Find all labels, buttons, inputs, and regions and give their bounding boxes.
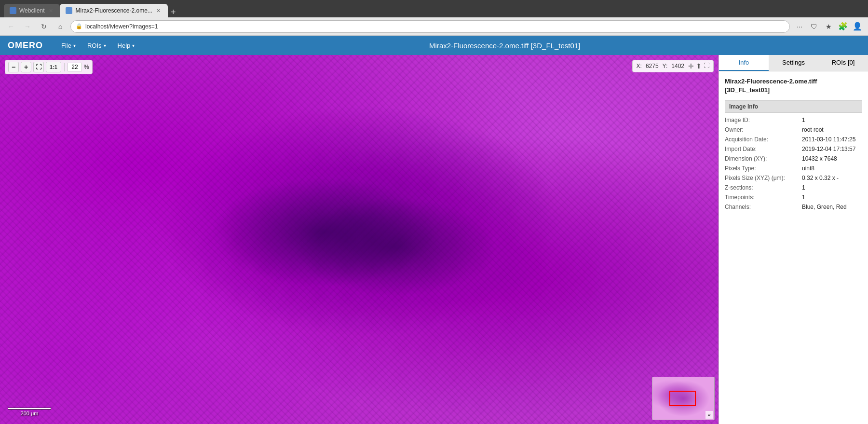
tab-close-active-icon[interactable]: ✕ [155,7,162,14]
info-row-acqdate: Acquisition Date: 2011-03-10 11:47:25 [725,136,862,143]
tab-rois[interactable]: ROIs [0] [818,55,868,71]
nav-back-button[interactable]: ← [5,20,17,33]
help-label: Help [118,42,131,49]
info-value-dimension: 10432 x 7648 [802,155,862,162]
tab-favicon [10,7,16,14]
tab-label: Webclient [19,7,44,14]
info-value-pixels-size: 0.32 x 0.32 x - [802,175,862,181]
tab-settings-label: Settings [782,59,805,66]
info-value-impdate: 2019-12-04 17:13:57 [802,146,862,152]
bookmark-icon[interactable]: ★ [823,21,834,32]
user-icon[interactable]: 👤 [852,21,863,32]
tab-close-icon[interactable]: ✕ [47,7,54,14]
lock-icon: 🔒 [76,23,82,29]
file-label: File [61,42,71,49]
info-row-owner: Owner: root root [725,126,862,133]
nav-home-button[interactable]: ⌂ [54,20,67,33]
app-logo: OMERO [8,41,43,51]
right-panel: Info Settings ROIs [0] Mirax2-Fluorescen… [719,55,868,424]
info-value-id: 1 [802,117,862,123]
info-label-id: Image ID: [725,117,802,123]
info-label-zsections: Z-sections: [725,184,802,191]
browser-tabs: Webclient ✕ Mirax2-Fluorescence-2.ome...… [4,0,178,17]
help-caret-icon: ▾ [132,43,135,48]
coord-icons: ✛ ⬆ ⛶ [688,62,709,70]
browser-toolbar: ← → ↻ ⌂ 🔒 localhost/iviewer/?images=1 ··… [0,17,868,36]
info-value-channels: Blue, Green, Red [802,204,862,210]
minimap-viewport [669,391,696,406]
info-label-channels: Channels: [725,204,802,210]
minimap[interactable]: « [652,377,715,420]
viewer-layout: − + ⛶ 1:1 % X: 6275 Y: 1402 ✛ ⬆ ⛶ [0,55,868,424]
nav-rois[interactable]: ROIs ▾ [82,40,111,51]
nav-file[interactable]: File ▾ [56,40,81,51]
move-icon[interactable]: ✛ [688,62,694,70]
zoom-1to1-button[interactable]: 1:1 [46,62,61,72]
viewer-coords: X: 6275 Y: 1402 ✛ ⬆ ⛶ [632,60,714,72]
nav-help[interactable]: Help ▾ [113,40,140,51]
rois-label: ROIs [87,42,102,49]
zoom-in-button[interactable]: + [21,62,31,72]
info-label-acqdate: Acquisition Date: [725,136,802,143]
scale-bar: 200 μm [8,408,51,416]
coord-x-value: 6275 [646,63,659,69]
ctrl-divider [64,63,65,71]
upload-icon[interactable]: ⬆ [696,62,702,70]
nav-refresh-button[interactable]: ↻ [38,20,50,33]
info-value-owner: root root [802,126,862,133]
info-value-timepoints: 1 [802,194,862,201]
fullscreen-coords-icon[interactable]: ⛶ [704,62,709,70]
zoom-percent-label: % [84,64,89,70]
image-canvas [0,55,719,424]
extensions-icon[interactable]: 🧩 [837,21,849,32]
shield-icon[interactable]: 🛡 [808,21,820,32]
info-label-timepoints: Timepoints: [725,194,802,201]
app-title: Mirax2-Fluorescence-2.ome.tiff [3D_FL_te… [149,41,860,50]
info-label-pixels-size: Pixels Size (XYZ) (μm): [725,175,802,181]
minimap-collapse-button[interactable]: « [705,411,713,419]
image-info-header: Image Info [725,100,862,113]
info-row-id: Image ID: 1 [725,117,862,123]
tab-label-active: Mirax2-Fluorescence-2.ome... [75,7,152,14]
tab-info[interactable]: Info [719,55,769,71]
info-row-timepoints: Timepoints: 1 [725,194,862,201]
panel-image-title: Mirax2-Fluorescence-2.ome.tiff [3D_FL_te… [725,77,862,95]
new-tab-button[interactable]: + [168,7,179,17]
coord-y-label: Y: [663,63,668,69]
viewer-controls: − + ⛶ 1:1 % [5,60,93,74]
app-header: OMERO File ▾ ROIs ▾ Help ▾ Mirax2-Fluore… [0,36,868,55]
rois-caret-icon: ▾ [104,43,106,48]
toolbar-right: ··· 🛡 ★ 🧩 👤 [794,21,863,32]
zoom-out-button[interactable]: − [8,62,19,72]
scale-bar-line [8,408,51,410]
fullscreen-button[interactable]: ⛶ [33,62,44,72]
coord-x-label: X: [637,63,642,69]
info-value-zsections: 1 [802,184,862,191]
info-row-impdate: Import Date: 2019-12-04 17:13:57 [725,146,862,152]
info-row-dimension: Dimension (XY): 10432 x 7648 [725,155,862,162]
image-viewer[interactable]: − + ⛶ 1:1 % X: 6275 Y: 1402 ✛ ⬆ ⛶ [0,55,719,424]
file-caret-icon: ▾ [73,43,76,48]
zoom-value-input[interactable] [68,63,82,71]
info-row-pixels-type: Pixels Type: uint8 [725,165,862,172]
info-label-dimension: Dimension (XY): [725,155,802,162]
address-bar[interactable]: 🔒 localhost/iviewer/?images=1 [70,20,790,33]
info-value-acqdate: 2011-03-10 11:47:25 [802,136,862,143]
browser-chrome: Webclient ✕ Mirax2-Fluorescence-2.ome...… [0,0,868,17]
info-value-pixels-type: uint8 [802,165,862,172]
tab-rois-label: ROIs [0] [832,59,855,66]
tissue-overlay [0,55,719,424]
app: OMERO File ▾ ROIs ▾ Help ▾ Mirax2-Fluore… [0,36,868,424]
nav-forward-button[interactable]: → [21,20,34,33]
app-nav: File ▾ ROIs ▾ Help ▾ [56,40,139,51]
panel-content: Mirax2-Fluorescence-2.ome.tiff [3D_FL_te… [719,71,868,424]
info-label-impdate: Import Date: [725,146,802,152]
tab-webclient[interactable]: Webclient ✕ [4,4,60,17]
tab-iviewer[interactable]: Mirax2-Fluorescence-2.ome... ✕ [60,4,167,17]
panel-tabs: Info Settings ROIs [0] [719,55,868,71]
address-text: localhost/iviewer/?images=1 [85,23,158,30]
more-options-icon[interactable]: ··· [794,21,805,32]
tab-favicon-active [66,7,72,14]
tab-settings[interactable]: Settings [769,55,818,71]
info-label-owner: Owner: [725,126,802,133]
